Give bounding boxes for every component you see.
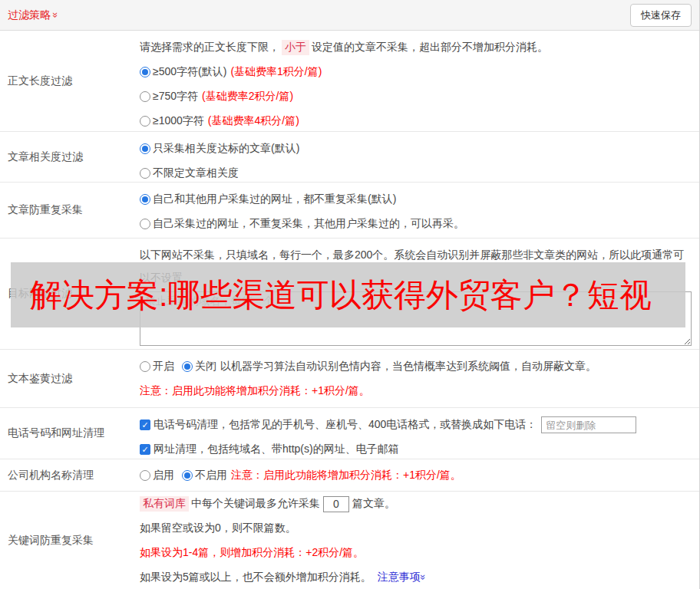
row-phone-url-clean: 电话号码和网址清理 电话号码清理，包括常见的手机号、座机号、400电话格式，或替… [0, 408, 699, 459]
option-relevance-unlimited[interactable]: 不限定文章相关度 [140, 166, 239, 180]
radio-icon[interactable] [182, 361, 193, 372]
checkbox-icon[interactable] [140, 444, 150, 455]
section-title-toggle[interactable]: 过滤策略 » [8, 8, 58, 22]
double-chevron-down-icon: » [51, 12, 61, 18]
row-porn-filter: 文本鉴黄过滤 开启 关闭 以机器学习算法自动识别色情内容，当色情概率达到系统阈值… [0, 350, 699, 408]
row-label: 文章防重复采集 [0, 183, 140, 238]
option-url-clean[interactable]: 网址清理，包括纯域名、带http(s)的网址、电子邮箱 [140, 443, 399, 456]
option-label: 网址清理，包括纯域名、带http(s)的网址、电子邮箱 [154, 443, 399, 456]
option-company-clean-off[interactable]: 不启用 [182, 469, 227, 482]
header-bar: 过滤策略 » 快速保存 [0, 0, 699, 31]
option-label: 只采集相关度达标的文章(默认) [153, 142, 299, 156]
option-relevance-required[interactable]: 只采集相关度达标的文章(默认) [140, 142, 299, 156]
option-dedup-all-users[interactable]: 自己和其他用户采集过的网址，都不重复采集(默认) [140, 192, 396, 206]
row-company-clean: 公司机构名称清理 启用 不启用 注意：启用此功能将增加积分消耗：+1积分/篇。 [0, 459, 699, 492]
option-label: ≥750字符 [153, 90, 198, 104]
option-label: 自己和其他用户采集过的网址，都不重复采集(默认) [153, 192, 396, 206]
radio-icon[interactable] [140, 143, 150, 154]
option-label: 电话号码清理，包括常见的手机号、座机号、400电话格式，或替换成如下电话： [154, 418, 537, 432]
option-label: 关闭 [195, 360, 216, 373]
row-label: 正文长度过滤 [0, 31, 140, 131]
option-min-750-chars[interactable]: ≥750字符 (基础费率2积分/篇) [140, 90, 293, 104]
option-label: ≥500字符(默认) [153, 65, 226, 79]
option-fee-note: (基础费率2积分/篇) [202, 90, 293, 104]
row-content: 启用 不启用 注意：启用此功能将增加积分消耗：+1积分/篇。 [140, 459, 699, 491]
notes-link-label: 注意事项 [378, 571, 421, 583]
filter-settings-page: 过滤策略 » 快速保存 正文长度过滤 请选择需求的正文长度下限， 小于 设定值的… [0, 0, 700, 589]
cost-warning: 如果设为1-4篇，则增加积分消耗：+2积分/篇。 [140, 546, 364, 560]
row-label: 文章相关度过滤 [0, 132, 140, 182]
option-label: 不限定文章相关度 [153, 166, 239, 180]
radio-icon[interactable] [140, 219, 150, 229]
row-label: 文本鉴黄过滤 [0, 350, 140, 407]
feature-description: 以机器学习算法自动识别色情内容，当色情概率达到系统阈值，自动屏蔽文章。 [220, 360, 596, 373]
intro-text: 设定值的文章不采集，超出部分不增加积分消耗。 [312, 41, 548, 54]
quick-save-button[interactable]: 快速保存 [630, 4, 692, 27]
row-content: 开启 关闭 以机器学习算法自动识别色情内容，当色情概率达到系统阈值，自动屏蔽文章… [140, 350, 699, 407]
line-text: 篇文章。 [352, 497, 395, 511]
private-lexicon-badge: 私有词库 [140, 496, 189, 512]
page-title: 过滤策略 [8, 8, 51, 22]
intro-line: 请选择需求的正文长度下限， 小于 设定值的文章不采集，超出部分不增加积分消耗。 [140, 35, 693, 60]
radio-icon[interactable] [140, 91, 150, 102]
radio-icon[interactable] [182, 470, 193, 481]
row-relevance-filter: 文章相关度过滤 只采集相关度达标的文章(默认) 不限定文章相关度 [0, 132, 699, 183]
row-target-site-filter: 目标网站过滤 以下网站不采集，只填域名，每行一个，最多200个。系统会自动识别并… [0, 239, 699, 350]
row-content-length-filter: 正文长度过滤 请选择需求的正文长度下限， 小于 设定值的文章不采集，超出部分不增… [0, 31, 699, 132]
option-fee-note: (基础费率4积分/篇) [208, 114, 299, 128]
option-company-clean-on[interactable]: 启用 [140, 469, 174, 482]
row-content: 只采集相关度达标的文章(默认) 不限定文章相关度 [140, 132, 699, 182]
cost-warning: 注意：启用此功能将增加积分消耗：+1积分/篇。 [231, 469, 461, 482]
option-porn-filter-off[interactable]: 关闭 [182, 360, 216, 373]
line-text: 如果设为5篇或以上，也不会额外增加积分消耗。 [140, 571, 371, 584]
radio-icon[interactable] [140, 194, 150, 205]
option-dedup-self-only[interactable]: 自己采集过的网址，不重复采集，其他用户采集过的，可以再采。 [140, 217, 464, 231]
double-chevron-down-icon: » [418, 574, 428, 580]
radio-icon[interactable] [140, 67, 150, 77]
row-label: 公司机构名称清理 [0, 459, 140, 491]
replacement-phone-input[interactable] [541, 416, 636, 433]
row-content: 请选择需求的正文长度下限， 小于 设定值的文章不采集，超出部分不增加积分消耗。 … [140, 31, 699, 131]
row-content: 电话号码清理，包括常见的手机号、座机号、400电话格式，或替换成如下电话： 网址… [140, 408, 699, 459]
line-text: 中每个关键词最多允许采集 [191, 497, 320, 511]
option-fee-note: (基础费率1积分/篇) [230, 65, 322, 79]
option-label: 自己采集过的网址，不重复采集，其他用户采集过的，可以再采。 [153, 217, 464, 231]
radio-icon[interactable] [140, 470, 150, 481]
option-label: 开启 [153, 360, 174, 373]
option-porn-filter-on[interactable]: 开启 [140, 360, 174, 373]
option-min-1000-chars[interactable]: ≥1000字符 (基础费率4积分/篇) [140, 114, 299, 128]
option-min-500-chars[interactable]: ≥500字符(默认) (基础费率1积分/篇) [140, 65, 322, 79]
option-phone-clean[interactable]: 电话号码清理，包括常见的手机号、座机号、400电话格式，或替换成如下电话： [140, 418, 537, 432]
intro-text: 请选择需求的正文长度下限， [140, 41, 279, 54]
cost-warning: 注意：启用此功能将增加积分消耗：+1积分/篇。 [140, 384, 370, 398]
line-text: 如果留空或设为0，则不限篇数。 [140, 522, 296, 535]
row-keyword-dedup: 关键词防重复采集 私有词库 中每个关键词最多允许采集 篇文章。 如果留空或设为0… [0, 492, 699, 589]
option-label: 启用 [153, 469, 174, 482]
max-articles-count-input[interactable] [323, 496, 349, 512]
radio-icon[interactable] [140, 361, 150, 372]
watermark-text: 解决方案:哪些渠道可以获得外贸客户？短视 [11, 274, 652, 317]
notes-link[interactable]: 注意事项» [378, 571, 426, 584]
row-article-dedup: 文章防重复采集 自己和其他用户采集过的网址，都不重复采集(默认) 自己采集过的网… [0, 183, 699, 239]
row-label: 关键词防重复采集 [0, 492, 140, 589]
row-label: 电话号码和网址清理 [0, 408, 140, 459]
radio-icon[interactable] [140, 116, 150, 127]
option-label: ≥1000字符 [153, 114, 204, 128]
option-label: 不启用 [195, 469, 227, 482]
row-content: 私有词库 中每个关键词最多允许采集 篇文章。 如果留空或设为0，则不限篇数。 如… [140, 492, 699, 589]
row-content: 自己和其他用户采集过的网址，都不重复采集(默认) 自己采集过的网址，不重复采集，… [140, 183, 699, 238]
radio-icon[interactable] [140, 168, 150, 179]
watermark-overlay: 解决方案:哪些渠道可以获得外贸客户？短视 [11, 262, 685, 327]
less-than-badge: 小于 [282, 40, 309, 55]
checkbox-icon[interactable] [140, 420, 150, 430]
